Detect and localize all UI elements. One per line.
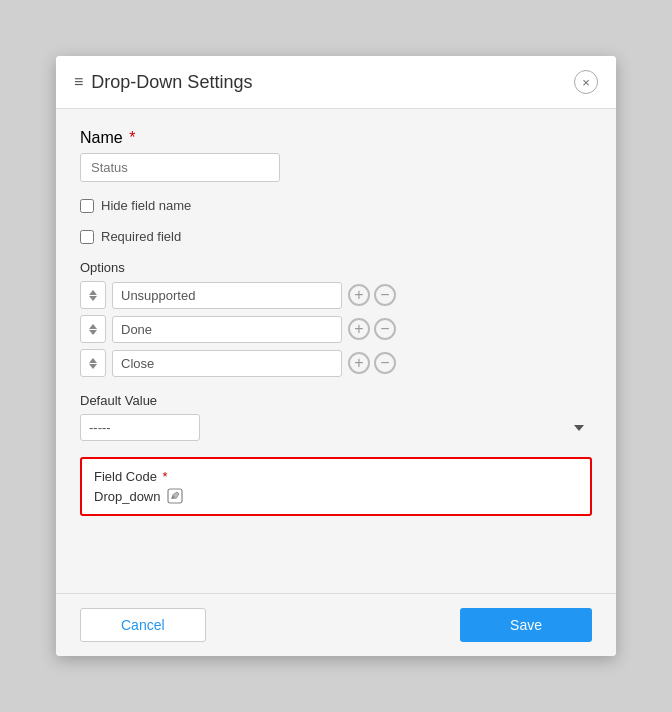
default-value-label: Default Value bbox=[80, 393, 592, 408]
dialog-body: Name * Hide field name Required field Op… bbox=[56, 109, 616, 593]
down-arrow-icon-3 bbox=[89, 364, 97, 369]
option-input-3[interactable] bbox=[112, 350, 342, 377]
drop-down-settings-dialog: ≡ Drop-Down Settings × Name * Hide field… bbox=[56, 56, 616, 656]
required-field-label: Required field bbox=[101, 229, 181, 244]
cancel-button[interactable]: Cancel bbox=[80, 608, 206, 642]
sort-button-1[interactable] bbox=[80, 281, 106, 309]
option-row-2: + − bbox=[80, 315, 592, 343]
add-option-button-2[interactable]: + bbox=[348, 318, 370, 340]
dialog-footer: Cancel Save bbox=[56, 593, 616, 656]
add-remove-btns-3: + − bbox=[348, 352, 396, 374]
field-code-section: Field Code * Drop_down bbox=[80, 457, 592, 516]
remove-option-button-2[interactable]: − bbox=[374, 318, 396, 340]
default-value-section: Default Value ----- Unsupported Done Clo… bbox=[80, 393, 592, 441]
field-code-required-star: * bbox=[159, 469, 168, 484]
required-field-row: Required field bbox=[80, 229, 592, 244]
up-arrow-icon-3 bbox=[89, 358, 97, 363]
field-code-label: Field Code * bbox=[94, 469, 578, 484]
up-arrow-icon bbox=[89, 290, 97, 295]
dialog-header: ≡ Drop-Down Settings × bbox=[56, 56, 616, 109]
required-field-checkbox[interactable] bbox=[80, 230, 94, 244]
down-arrow-icon bbox=[89, 296, 97, 301]
edit-field-code-icon[interactable] bbox=[167, 488, 183, 504]
dropdown-settings-icon: ≡ bbox=[74, 73, 83, 91]
add-remove-btns-2: + − bbox=[348, 318, 396, 340]
option-row-3: + − bbox=[80, 349, 592, 377]
add-remove-btns-1: + − bbox=[348, 284, 396, 306]
down-arrow-icon-2 bbox=[89, 330, 97, 335]
hide-field-row: Hide field name bbox=[80, 198, 592, 213]
add-option-button-3[interactable]: + bbox=[348, 352, 370, 374]
save-button[interactable]: Save bbox=[460, 608, 592, 642]
required-star: * bbox=[125, 129, 136, 146]
dialog-title-area: ≡ Drop-Down Settings bbox=[74, 72, 252, 93]
dialog-title: Drop-Down Settings bbox=[91, 72, 252, 93]
option-input-2[interactable] bbox=[112, 316, 342, 343]
option-row-1: + − bbox=[80, 281, 592, 309]
field-code-value: Drop_down bbox=[94, 489, 161, 504]
hide-field-label: Hide field name bbox=[101, 198, 191, 213]
hide-field-checkbox[interactable] bbox=[80, 199, 94, 213]
remove-option-button-1[interactable]: − bbox=[374, 284, 396, 306]
option-input-1[interactable] bbox=[112, 282, 342, 309]
close-button[interactable]: × bbox=[574, 70, 598, 94]
name-section: Name * bbox=[80, 129, 592, 182]
default-select-wrapper: ----- Unsupported Done Close bbox=[80, 414, 592, 441]
options-section: Options + − bbox=[80, 260, 592, 377]
field-code-value-row: Drop_down bbox=[94, 488, 578, 504]
options-label: Options bbox=[80, 260, 592, 275]
sort-button-3[interactable] bbox=[80, 349, 106, 377]
name-label: Name * bbox=[80, 129, 592, 147]
up-arrow-icon-2 bbox=[89, 324, 97, 329]
add-option-button-1[interactable]: + bbox=[348, 284, 370, 306]
name-input[interactable] bbox=[80, 153, 280, 182]
remove-option-button-3[interactable]: − bbox=[374, 352, 396, 374]
default-value-select[interactable]: ----- Unsupported Done Close bbox=[80, 414, 200, 441]
sort-button-2[interactable] bbox=[80, 315, 106, 343]
